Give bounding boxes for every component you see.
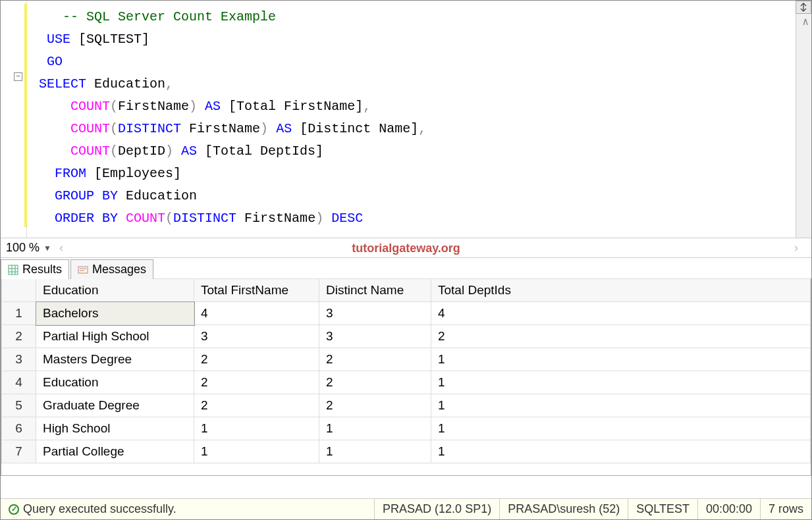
- code-line[interactable]: COUNT(DISTINCT FirstName) AS [Distinct N…: [39, 118, 796, 140]
- cell-distinct-name[interactable]: 2: [319, 394, 431, 417]
- split-handle-icon[interactable]: [796, 1, 811, 14]
- sql-editor[interactable]: − -- SQL Server Count Example USE [SQLTE…: [1, 1, 811, 238]
- cell-total-firstname[interactable]: 4: [194, 302, 319, 325]
- status-rowcount: 7 rows: [761, 499, 811, 519]
- code-line[interactable]: ORDER BY COUNT(DISTINCT FirstName) DESC: [39, 207, 796, 230]
- svg-rect-0: [9, 265, 18, 274]
- code-line[interactable]: -- SQL Server Count Example: [39, 6, 796, 28]
- grid-header-row: Education Total FirstName Distinct Name …: [2, 279, 811, 302]
- code-line[interactable]: FROM [Employees]: [39, 163, 796, 185]
- chevron-down-icon[interactable]: ▼: [43, 244, 51, 253]
- grid-icon: [8, 265, 18, 275]
- code-line[interactable]: GROUP BY Education: [39, 185, 796, 207]
- row-number[interactable]: 7: [2, 440, 36, 463]
- status-server: PRASAD (12.0 SP1): [375, 499, 500, 519]
- col-total-firstname[interactable]: Total FirstName: [194, 279, 319, 302]
- table-row[interactable]: 3Masters Degree221: [2, 348, 811, 371]
- row-number[interactable]: 1: [2, 302, 36, 325]
- fold-toggle-icon[interactable]: −: [14, 72, 22, 81]
- results-grid-area: Education Total FirstName Distinct Name …: [1, 278, 811, 476]
- code-line[interactable]: COUNT(FirstName) AS [Total FirstName],: [39, 95, 796, 118]
- table-row[interactable]: 7Partial College111: [2, 440, 811, 463]
- table-row[interactable]: 5Graduate Degree221: [2, 394, 811, 417]
- col-education[interactable]: Education: [36, 279, 194, 302]
- cell-distinct-name[interactable]: 3: [319, 302, 431, 325]
- row-number[interactable]: 5: [2, 394, 36, 417]
- cell-total-deptids[interactable]: 4: [431, 302, 811, 325]
- cell-total-firstname[interactable]: 2: [194, 371, 319, 394]
- tab-results[interactable]: Results: [1, 259, 69, 279]
- results-tabs: Results Messages: [1, 257, 811, 278]
- cell-education[interactable]: Partial College: [36, 440, 194, 463]
- col-distinct-name[interactable]: Distinct Name: [319, 279, 431, 302]
- cell-total-deptids[interactable]: 1: [431, 371, 811, 394]
- cell-distinct-name[interactable]: 2: [319, 371, 431, 394]
- cell-total-firstname[interactable]: 2: [194, 348, 319, 371]
- scroll-left-icon[interactable]: ‹: [59, 241, 63, 255]
- cell-education[interactable]: Bachelors: [36, 302, 194, 325]
- code-line[interactable]: GO: [39, 51, 796, 73]
- table-row[interactable]: 1Bachelors434: [2, 302, 811, 325]
- scroll-up-icon[interactable]: ∧: [802, 15, 809, 28]
- code-pane[interactable]: -- SQL Server Count Example USE [SQLTEST…: [27, 1, 796, 238]
- row-number[interactable]: 3: [2, 348, 36, 371]
- results-grid[interactable]: Education Total FirstName Distinct Name …: [1, 278, 811, 463]
- cell-total-deptids[interactable]: 1: [431, 394, 811, 417]
- cell-total-firstname[interactable]: 3: [194, 325, 319, 348]
- svg-rect-5: [78, 267, 88, 273]
- cell-total-firstname[interactable]: 1: [194, 417, 319, 440]
- change-indicator: [24, 3, 27, 227]
- table-row[interactable]: 2Partial High School332: [2, 325, 811, 348]
- code-line[interactable]: USE [SQLTEST]: [39, 28, 796, 51]
- cell-total-deptids[interactable]: 1: [431, 417, 811, 440]
- editor-gutter: −: [1, 1, 27, 238]
- table-row[interactable]: 6High School111: [2, 417, 811, 440]
- code-line[interactable]: SELECT Education,: [39, 73, 796, 95]
- table-row[interactable]: 4Education221: [2, 371, 811, 394]
- status-user: PRASAD\suresh (52): [500, 499, 628, 519]
- cell-distinct-name[interactable]: 1: [319, 440, 431, 463]
- col-total-deptids[interactable]: Total DeptIds: [431, 279, 811, 302]
- row-number[interactable]: 6: [2, 417, 36, 440]
- tab-results-label: Results: [22, 263, 62, 276]
- cell-distinct-name[interactable]: 2: [319, 348, 431, 371]
- cell-education[interactable]: Partial High School: [36, 325, 194, 348]
- watermark-text: tutorialgateway.org: [352, 242, 460, 255]
- status-database: SQLTEST: [628, 499, 698, 519]
- cell-education[interactable]: Education: [36, 371, 194, 394]
- zoom-bar: 100 % ▼ ‹ › tutorialgateway.org: [1, 238, 811, 257]
- status-message-text: Query executed successfully.: [23, 502, 176, 516]
- success-icon: ✓: [9, 504, 19, 515]
- zoom-select[interactable]: 100 % ▼: [6, 241, 51, 255]
- cell-education[interactable]: Graduate Degree: [36, 394, 194, 417]
- cell-distinct-name[interactable]: 3: [319, 325, 431, 348]
- cell-distinct-name[interactable]: 1: [319, 417, 431, 440]
- tab-messages[interactable]: Messages: [70, 259, 153, 279]
- scroll-right-icon[interactable]: ›: [794, 241, 798, 255]
- cell-total-deptids[interactable]: 1: [431, 440, 811, 463]
- status-bar: ✓ Query executed successfully. PRASAD (1…: [1, 498, 811, 519]
- cell-education[interactable]: High School: [36, 417, 194, 440]
- cell-education[interactable]: Masters Degree: [36, 348, 194, 371]
- grid-corner[interactable]: [2, 279, 36, 302]
- status-time: 00:00:00: [698, 499, 761, 519]
- status-message: ✓ Query executed successfully.: [1, 499, 375, 519]
- cell-total-firstname[interactable]: 1: [194, 440, 319, 463]
- vertical-scrollbar[interactable]: ∧: [796, 1, 811, 238]
- cell-total-firstname[interactable]: 2: [194, 394, 319, 417]
- tab-messages-label: Messages: [92, 263, 146, 276]
- message-icon: [78, 265, 88, 275]
- row-number[interactable]: 2: [2, 325, 36, 348]
- code-line[interactable]: COUNT(DeptID) AS [Total DeptIds]: [39, 140, 796, 163]
- cell-total-deptids[interactable]: 2: [431, 325, 811, 348]
- zoom-value: 100 %: [6, 241, 40, 255]
- cell-total-deptids[interactable]: 1: [431, 348, 811, 371]
- row-number[interactable]: 4: [2, 371, 36, 394]
